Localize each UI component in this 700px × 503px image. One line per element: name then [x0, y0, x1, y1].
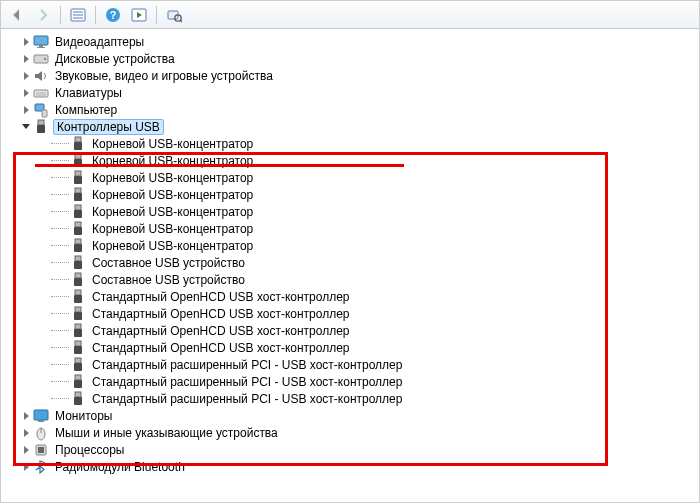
tree-item-usb-child[interactable]: Стандартный OpenHCD USB хост-контроллер — [1, 322, 699, 339]
action-icon — [131, 8, 147, 22]
tree-item-usb-child[interactable]: Корневой USB-концентратор — [1, 203, 699, 220]
tree-item-label: Видеоадаптеры — [53, 35, 146, 49]
svg-rect-24 — [75, 137, 81, 142]
help-button[interactable]: ? — [101, 4, 125, 26]
tree-leaf-connector — [37, 373, 51, 390]
svg-rect-41 — [74, 278, 82, 286]
tree-item-usb-child[interactable]: Стандартный OpenHCD USB хост-контроллер — [1, 305, 699, 322]
tree-item-label: Радиомодули Bluetooth — [53, 460, 187, 474]
expander-closed-icon[interactable] — [19, 33, 33, 50]
monitor-icon — [33, 408, 49, 424]
tree-item-label: Корневой USB-концентратор — [90, 188, 255, 202]
svg-rect-30 — [75, 188, 81, 193]
usb-icon — [70, 255, 86, 271]
scan-button[interactable] — [162, 4, 186, 26]
svg-rect-47 — [74, 329, 82, 337]
expander-closed-icon[interactable] — [19, 50, 33, 67]
tree-leaf-connector — [37, 186, 51, 203]
usb-icon — [70, 306, 86, 322]
svg-rect-37 — [74, 244, 82, 252]
tree-item-usb-child[interactable]: Корневой USB-концентратор — [1, 220, 699, 237]
tree-item-label: Контроллеры USB — [53, 119, 164, 135]
svg-line-10 — [180, 20, 182, 22]
action-button[interactable] — [127, 4, 151, 26]
show-hidden-button[interactable] — [66, 4, 90, 26]
tree-item-usb-controllers[interactable]: Контроллеры USB — [1, 118, 699, 135]
usb-icon — [70, 289, 86, 305]
expander-closed-icon[interactable] — [19, 101, 33, 118]
usb-icon — [70, 153, 86, 169]
tree-item-keyboards[interactable]: Клавиатуры — [1, 84, 699, 101]
svg-rect-52 — [75, 375, 81, 380]
svg-rect-31 — [74, 193, 82, 201]
expander-closed-icon[interactable] — [19, 458, 33, 475]
tree-item-usb-child[interactable]: Составное USB устройство — [1, 254, 699, 271]
tree-connector-icon — [51, 398, 69, 399]
svg-rect-51 — [74, 363, 82, 371]
tree-item-usb-child[interactable]: Составное USB устройство — [1, 271, 699, 288]
usb-icon — [70, 187, 86, 203]
tree-item-usb-child[interactable]: Корневой USB-концентратор — [1, 135, 699, 152]
device-tree[interactable]: ВидеоадаптерыДисковые устройстваЗвуковые… — [1, 29, 699, 502]
tree-item-mice[interactable]: Мыши и иные указывающие устройства — [1, 424, 699, 441]
expander-closed-icon[interactable] — [19, 407, 33, 424]
tree-item-label: Компьютер — [53, 103, 119, 117]
tree-item-bluetooth[interactable]: Радиомодули Bluetooth — [1, 458, 699, 475]
svg-rect-46 — [75, 324, 81, 329]
tree-leaf-connector — [37, 339, 51, 356]
tree-item-monitors[interactable]: Мониторы — [1, 407, 699, 424]
mouse-icon — [33, 425, 49, 441]
svg-rect-55 — [74, 397, 82, 405]
tree-item-usb-child[interactable]: Стандартный OpenHCD USB хост-контроллер — [1, 288, 699, 305]
expander-closed-icon[interactable] — [19, 441, 33, 458]
svg-marker-16 — [35, 71, 42, 81]
toolbar-separator — [156, 6, 157, 24]
expander-closed-icon[interactable] — [19, 84, 33, 101]
tree-item-label: Корневой USB-концентратор — [90, 239, 255, 253]
toolbar: ? — [1, 1, 699, 29]
tree-item-processors[interactable]: Процессоры — [1, 441, 699, 458]
tree-connector-icon — [51, 143, 69, 144]
expander-closed-icon[interactable] — [19, 424, 33, 441]
svg-point-15 — [44, 57, 46, 59]
tree-item-usb-child[interactable]: Стандартный OpenHCD USB хост-контроллер — [1, 339, 699, 356]
tree-item-label: Процессоры — [53, 443, 127, 457]
tree-item-usb-child[interactable]: Корневой USB-концентратор — [1, 186, 699, 203]
svg-rect-32 — [75, 205, 81, 210]
tree-item-usb-child[interactable]: Стандартный расширенный PCI - USB хост-к… — [1, 356, 699, 373]
expander-closed-icon[interactable] — [19, 67, 33, 84]
tree-item-label: Корневой USB-концентратор — [90, 171, 255, 185]
tree-leaf-connector — [37, 271, 51, 288]
tree-item-usb-child[interactable]: Корневой USB-концентратор — [1, 237, 699, 254]
svg-rect-50 — [75, 358, 81, 363]
tree-item-usb-child[interactable]: Корневой USB-концентратор — [1, 152, 699, 169]
usb-icon — [70, 238, 86, 254]
back-button[interactable] — [5, 4, 29, 26]
tree-item-label: Составное USB устройство — [90, 273, 247, 287]
usb-icon — [70, 323, 86, 339]
tree-item-usb-child[interactable]: Стандартный расширенный PCI - USB хост-к… — [1, 373, 699, 390]
tree-item-label: Мыши и иные указывающие устройства — [53, 426, 280, 440]
svg-rect-57 — [38, 420, 44, 422]
svg-rect-25 — [74, 142, 82, 150]
svg-rect-23 — [37, 125, 45, 133]
tree-item-sound-video-game[interactable]: Звуковые, видео и игровые устройства — [1, 67, 699, 84]
svg-rect-36 — [75, 239, 81, 244]
toolbar-separator — [60, 6, 61, 24]
scan-icon — [166, 7, 182, 23]
tree-item-label: Дисковые устройства — [53, 52, 177, 66]
tree-leaf-connector — [37, 203, 51, 220]
expander-open-icon[interactable] — [19, 118, 33, 135]
tree-connector-icon — [51, 262, 69, 263]
tree-item-usb-child[interactable]: Стандартный расширенный PCI - USB хост-к… — [1, 390, 699, 407]
svg-rect-56 — [34, 410, 48, 420]
tree-item-usb-child[interactable]: Корневой USB-концентратор — [1, 169, 699, 186]
svg-rect-13 — [37, 47, 45, 48]
svg-text:?: ? — [110, 9, 117, 21]
tree-item-disk-drives[interactable]: Дисковые устройства — [1, 50, 699, 67]
keyboard-icon — [33, 85, 49, 101]
tree-item-computer[interactable]: Компьютер — [1, 101, 699, 118]
tree-item-video-adapters[interactable]: Видеоадаптеры — [1, 33, 699, 50]
forward-button[interactable] — [31, 4, 55, 26]
svg-rect-29 — [74, 176, 82, 184]
